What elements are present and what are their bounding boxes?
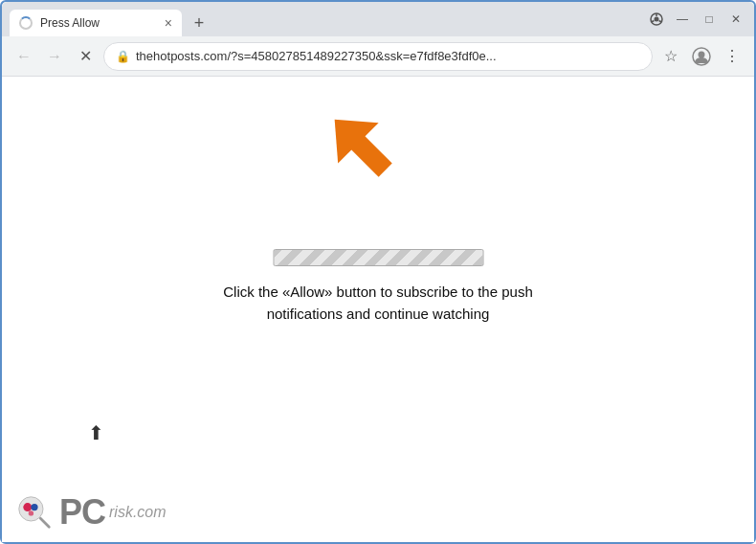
pc-logo-text: PC risk.com	[59, 492, 167, 533]
progress-area: Click the «Allow» button to subscribe to…	[190, 249, 567, 325]
pcrisk-logo-icon	[17, 495, 52, 530]
chrome-extensions-icon[interactable]	[645, 8, 668, 31]
tab-spinner	[19, 16, 33, 30]
bookmark-button[interactable]: ☆	[658, 44, 683, 69]
svg-point-13	[29, 510, 33, 515]
lock-icon: 🔒	[116, 50, 130, 63]
maximize-button[interactable]: □	[699, 9, 720, 30]
chrome-menu-button[interactable]: ⋮	[720, 44, 745, 69]
browser-window: Press Allow × + — □ ✕ ← → ✕ 🔒	[0, 0, 756, 544]
url-text: thehotposts.com/?s=458027851489227350&ss…	[136, 49, 640, 63]
page-message: Click the «Allow» button to subscribe to…	[190, 282, 567, 325]
svg-line-4	[652, 21, 655, 23]
svg-point-6	[699, 51, 705, 57]
svg-point-1	[655, 17, 659, 22]
tab-area: Press Allow × +	[10, 2, 641, 36]
svg-line-14	[40, 518, 49, 527]
arrow-container	[321, 105, 416, 205]
url-bar[interactable]: 🔒 thehotposts.com/?s=458027851489227350&…	[103, 42, 653, 71]
tab-title: Press Allow	[40, 16, 157, 30]
back-button[interactable]: ←	[11, 44, 36, 69]
address-bar: ← → ✕ 🔒 thehotposts.com/?s=4580278514892…	[2, 36, 754, 77]
pcrisk-watermark: PC risk.com	[17, 492, 167, 533]
orange-arrow-icon	[321, 105, 416, 201]
title-bar: Press Allow × + — □ ✕	[2, 2, 754, 36]
window-controls: — □ ✕	[672, 9, 746, 30]
active-tab[interactable]: Press Allow ×	[10, 10, 182, 36]
tab-close-button[interactable]: ×	[165, 16, 172, 30]
profile-button[interactable]	[689, 44, 714, 69]
svg-line-3	[659, 21, 662, 23]
page-content: Click the «Allow» button to subscribe to…	[2, 77, 754, 542]
pc-letters: PC	[59, 492, 105, 533]
new-tab-button[interactable]: +	[186, 10, 212, 36]
close-button[interactable]: ✕	[725, 9, 746, 30]
fake-progress-bar	[273, 249, 483, 266]
minimize-button[interactable]: —	[672, 9, 693, 30]
forward-button[interactable]: →	[42, 44, 67, 69]
svg-point-11	[23, 503, 32, 511]
reload-button[interactable]: ✕	[73, 44, 98, 69]
cursor-indicator: ⬆	[88, 421, 104, 444]
svg-point-12	[31, 504, 37, 510]
risk-text: risk.com	[109, 504, 167, 521]
